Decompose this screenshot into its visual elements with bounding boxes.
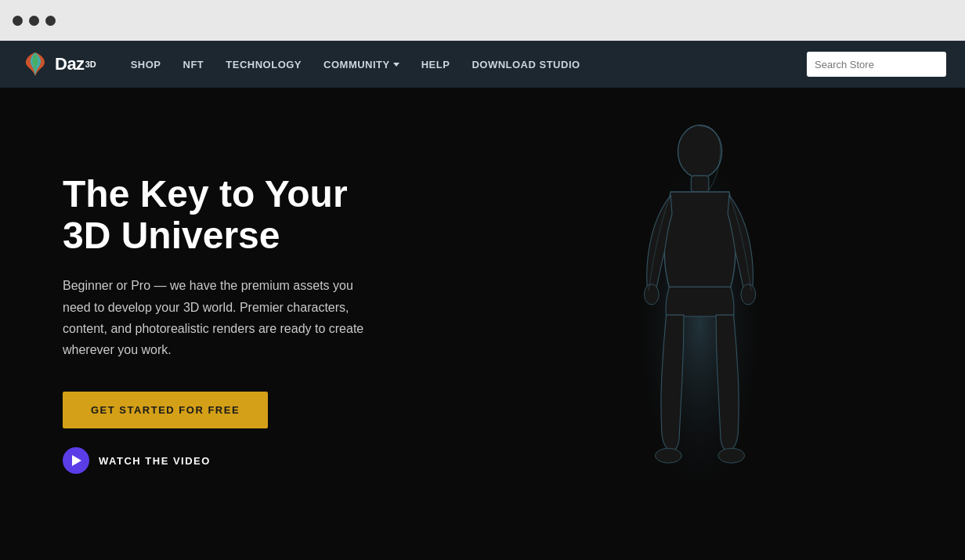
search-area bbox=[807, 52, 946, 77]
nav-item-shop[interactable]: SHOP bbox=[121, 41, 171, 88]
svg-point-7 bbox=[718, 449, 745, 464]
logo-link[interactable]: Daz3D bbox=[19, 48, 96, 81]
get-started-button[interactable]: GET STARTED FOR FREE bbox=[63, 392, 268, 428]
logo-text: Daz bbox=[55, 54, 85, 74]
nav-item-technology[interactable]: TECHNOLOGY bbox=[216, 41, 311, 88]
hero-content: The Key to Your 3D Universe Beginner or … bbox=[0, 127, 439, 521]
hero-cta-area: GET STARTED FOR FREE bbox=[63, 392, 376, 444]
nav-item-download-studio[interactable]: DOWNLOAD STUDIO bbox=[462, 41, 589, 88]
titlebar bbox=[0, 0, 965, 41]
hero-subtitle: Beginner or Pro — we have the premium as… bbox=[63, 275, 376, 360]
nav-item-community-label: COMMUNITY bbox=[323, 59, 390, 70]
nav-links: SHOP NFT TECHNOLOGY COMMUNITY HELP DOWNL… bbox=[121, 41, 807, 88]
watch-video-link[interactable]: WATCH THE VIDEO bbox=[63, 447, 376, 474]
titlebar-dot-green bbox=[45, 16, 56, 26]
logo-superscript: 3D bbox=[85, 60, 96, 69]
titlebar-dot-yellow bbox=[29, 16, 39, 26]
svg-rect-3 bbox=[691, 176, 708, 193]
nav-item-community[interactable]: COMMUNITY bbox=[314, 41, 409, 88]
titlebar-dot-red bbox=[13, 16, 23, 26]
svg-point-5 bbox=[741, 284, 756, 305]
svg-point-4 bbox=[644, 284, 659, 305]
hero-figure bbox=[434, 88, 965, 560]
chevron-down-icon bbox=[393, 63, 399, 67]
figure-silhouette bbox=[627, 111, 773, 537]
hero-section: The Key to Your 3D Universe Beginner or … bbox=[0, 88, 965, 560]
svg-point-6 bbox=[655, 449, 681, 464]
daz-logo-icon bbox=[19, 48, 52, 81]
play-triangle-icon bbox=[72, 455, 81, 466]
nav-item-nft[interactable]: NFT bbox=[174, 41, 214, 88]
hero-title: The Key to Your 3D Universe bbox=[63, 174, 376, 257]
navbar: Daz3D SHOP NFT TECHNOLOGY COMMUNITY HELP… bbox=[0, 41, 965, 88]
search-input[interactable] bbox=[807, 52, 946, 77]
nav-item-help[interactable]: HELP bbox=[412, 41, 460, 88]
play-button[interactable] bbox=[63, 447, 89, 474]
watch-video-label: WATCH THE VIDEO bbox=[99, 455, 211, 467]
